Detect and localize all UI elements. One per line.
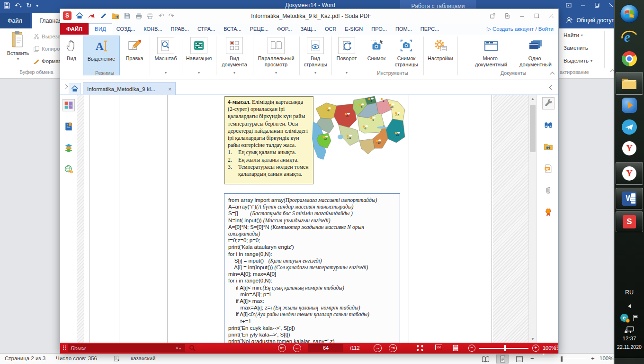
read-mode-button[interactable]	[479, 355, 492, 364]
advanced-search-panel-icon[interactable]	[542, 141, 555, 153]
page-view-button[interactable]: Вид страницы	[301, 36, 330, 75]
navigation-dropdown-arrow[interactable]: ▾	[183, 71, 215, 75]
last-page-button[interactable]: ⇥	[389, 344, 397, 352]
soda-ribbon-tab[interactable]: OCR	[321, 23, 340, 35]
zoom-dropdown-arrow[interactable]: ▾	[151, 71, 180, 75]
soda-ribbon-tab[interactable]: ПОМ...	[391, 23, 416, 35]
zoom-in-button[interactable]: +	[532, 345, 539, 352]
attachments-panel-icon[interactable]	[542, 184, 555, 197]
taskbar-item-yandex-active[interactable]: Y	[616, 162, 643, 185]
redo-icon[interactable]: ↷	[169, 12, 174, 19]
paste-button[interactable]: Вставить ▾	[5, 30, 31, 61]
search-box[interactable]: Поиск ▾▴	[68, 344, 185, 352]
minimize-icon[interactable]	[580, 2, 586, 9]
search-prev-next-icons[interactable]: ▾▴	[176, 346, 182, 350]
soda-ribbon-tab[interactable]: ВСТА...	[219, 23, 245, 35]
parallel-view-dropdown-arrow[interactable]: ▾	[254, 71, 298, 75]
show-desktop-button[interactable]	[614, 358, 644, 364]
zoom-level-dropdown[interactable]: 100% ▾	[543, 345, 558, 356]
minimize-icon[interactable]	[519, 13, 525, 19]
page-count-status[interactable]: Страница 2 из 3	[5, 355, 45, 361]
language-status[interactable]: казахский	[131, 355, 155, 361]
ribbon-display-icon[interactable]	[565, 2, 572, 9]
zoom-out-button[interactable]: −	[530, 355, 534, 362]
settings-button[interactable]: Настройки	[425, 36, 456, 75]
rotate-dropdown-arrow[interactable]: ▾	[333, 71, 360, 75]
document-view-button[interactable]: Вид документа	[217, 36, 251, 75]
redo-icon[interactable]: ↻	[26, 2, 31, 9]
page-layout-icon[interactable]	[452, 345, 459, 352]
signatures-panel-icon[interactable]	[542, 206, 555, 218]
print-layout-button[interactable]	[496, 355, 509, 364]
toolbar-drag-handle[interactable]	[555, 346, 556, 346]
document-tab[interactable]: Informatika_Metodika_9 kl... ×	[83, 82, 176, 95]
zoom-out-button[interactable]: −	[468, 345, 475, 352]
links-panel-icon[interactable]	[63, 163, 75, 175]
find-button[interactable]: Найти▾	[564, 32, 583, 38]
dock-window-icon[interactable]	[490, 13, 496, 19]
soda-ribbon-tab[interactable]: СТРА...	[193, 23, 219, 35]
taskbar-item-media-player[interactable]	[614, 98, 644, 113]
web-layout-button[interactable]	[513, 355, 526, 364]
soda-ribbon-tab[interactable]: РЕЦЕ...	[246, 23, 273, 35]
toolbar-drag-handle[interactable]	[63, 346, 64, 346]
zoom-in-button[interactable]: +	[591, 355, 595, 362]
print-icon[interactable]	[135, 12, 143, 19]
send-icon[interactable]	[88, 12, 96, 19]
soda-ribbon-tab[interactable]: КОНВ...	[139, 23, 166, 35]
share-button[interactable]: Общий доступ	[566, 17, 615, 24]
view-mode-button[interactable]: Вид	[61, 36, 82, 75]
edit-mode-button[interactable]: Правка	[121, 36, 148, 75]
rotate-button[interactable]: Поворот	[333, 36, 360, 75]
thumbnails-panel-icon[interactable]	[63, 99, 75, 111]
taskbar-item-internet-explorer[interactable]: e	[614, 28, 644, 46]
soda-ribbon-tab[interactable]: ЗАЩ...	[296, 23, 320, 35]
page-mode-icon[interactable]	[504, 13, 510, 19]
zoom-slider-thumb[interactable]	[504, 345, 506, 351]
eset-tray-icon[interactable]: e	[620, 314, 628, 322]
scroll-down-icon[interactable]: ▼	[531, 337, 535, 341]
customize-qat-icon[interactable]: ▾	[36, 3, 38, 8]
show-hidden-icons-button[interactable]	[614, 304, 644, 308]
scrollbar-thumb[interactable]	[530, 105, 536, 152]
replace-button[interactable]: Заменить	[564, 45, 588, 51]
pen-icon[interactable]	[100, 12, 107, 19]
taskbar-item-sodapdf-active[interactable]: S	[616, 211, 643, 232]
select-mode-button[interactable]: A Выделение	[83, 36, 120, 75]
soda-ribbon-tab[interactable]: СОЗД...	[112, 23, 140, 35]
soda-ribbon-tab[interactable]: ПЕРС...	[416, 23, 444, 35]
zoom-slider-track[interactable]	[479, 348, 528, 349]
taskbar-item-chrome[interactable]	[614, 51, 644, 66]
select-button[interactable]: Выделить▾	[564, 58, 592, 64]
snapshot-button[interactable]: Снимок	[363, 36, 390, 75]
soda-ribbon-tab[interactable]: ПРАВ...	[167, 23, 193, 35]
taskbar-item-word-active[interactable]: W	[616, 188, 643, 209]
search-icon[interactable]	[189, 345, 196, 352]
restore-icon[interactable]	[594, 2, 600, 9]
comments-panel-icon[interactable]	[542, 163, 555, 175]
vertical-scrollbar[interactable]: ▲ ▼	[528, 95, 537, 343]
parallel-view-button[interactable]: Параллельный просмотр	[254, 36, 298, 75]
page-snapshot-button[interactable]: Снимок страницы	[391, 36, 422, 75]
fit-screen-icon[interactable]	[416, 345, 424, 352]
save-icon[interactable]	[124, 12, 131, 19]
network-tray-icon[interactable]	[614, 326, 644, 334]
language-indicator[interactable]: RU	[614, 289, 644, 296]
soda-ribbon-tab[interactable]: ФОР...	[273, 23, 296, 35]
actual-size-icon[interactable]: 100	[435, 345, 442, 350]
pdf-viewport[interactable]: 4-мысал. Еліміздің картасында (2-сурет) …	[77, 95, 528, 343]
search-panel-icon[interactable]	[542, 119, 555, 131]
document-view-dropdown-arrow[interactable]: ▾	[217, 71, 251, 75]
soda-logo-icon[interactable]: S	[63, 11, 72, 20]
page-view-dropdown-arrow[interactable]: ▾	[301, 71, 330, 75]
zoom-slider-thumb[interactable]	[561, 356, 563, 362]
layers-panel-icon[interactable]	[63, 142, 75, 154]
home-icon[interactable]	[76, 12, 83, 19]
print-page-icon[interactable]	[147, 12, 154, 19]
soda-ribbon-tab[interactable]: E-SIGN	[340, 23, 367, 35]
tools-panel-icon[interactable]	[542, 97, 555, 109]
account-signin-link[interactable]: ▷ Создать аккаунт / Войти	[487, 23, 558, 35]
word-tab-file[interactable]: Файл	[0, 13, 30, 28]
expand-left-panel-icon[interactable]	[63, 84, 68, 89]
taskbar-item-explorer[interactable]	[616, 72, 643, 95]
